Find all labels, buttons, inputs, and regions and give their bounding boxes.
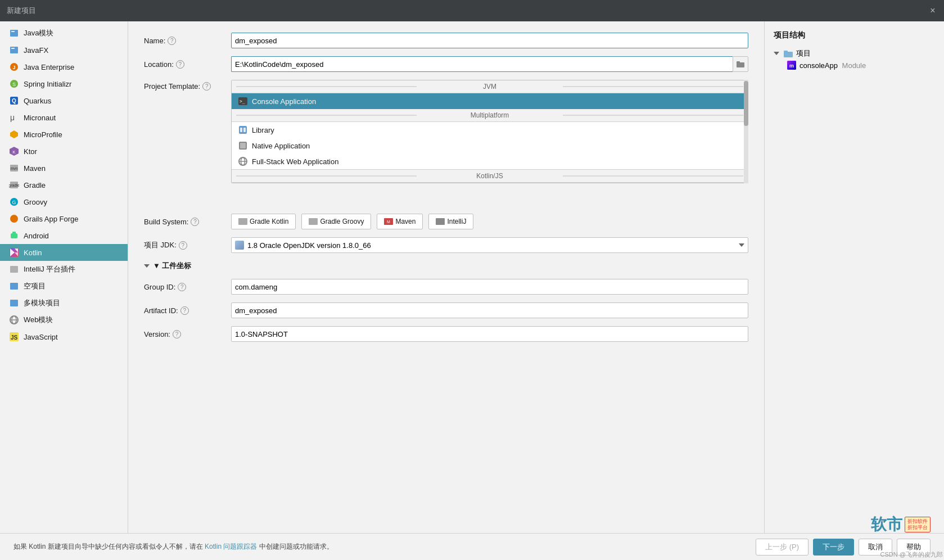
template-label-fullstack: Full-Stack Web Application [252,157,338,166]
version-help-icon[interactable]: ? [173,330,181,338]
java-module-icon [9,28,19,38]
tree-root-label: 项目 [796,48,811,58]
jdk-value: 1.8 Oracle OpenJDK version 1.8.0_66 [235,241,737,250]
watermark: 软市 折扣软件 折扣平台 [871,514,931,535]
android-icon [9,231,19,241]
tree-root[interactable]: 项目 [774,47,935,60]
sidebar-item-groovy[interactable]: G Groovy [0,193,128,210]
sidebar-label-microprofile: MicroProfile [24,130,62,139]
sidebar-label-ktor: Ktor [24,147,37,156]
template-scrollbar[interactable] [744,80,748,183]
gradle-groovy-btn[interactable]: Gradle Groovy [301,214,371,229]
sidebar-item-empty[interactable]: 空项目 [0,278,128,295]
svg-rect-47 [238,218,247,225]
build-system-help-icon[interactable]: ? [191,218,199,226]
sidebar-item-microprofile[interactable]: MicroProfile [0,126,128,143]
kotlin-tracker-link[interactable]: Kotlin 问题跟踪器 [205,543,257,550]
maven-build-icon: M [384,218,393,225]
artifact-id-input[interactable] [231,302,748,318]
template-item-library[interactable]: Library [232,122,748,138]
svg-text:G: G [12,200,16,205]
location-input[interactable] [231,56,733,72]
svg-point-20 [10,215,18,223]
enterprise-icon: J [9,62,19,72]
group-id-input[interactable] [231,279,748,295]
folder-icon [737,61,744,67]
sidebar-item-intellij[interactable]: IntelliJ 平台插件 [0,261,128,278]
build-system-row: Build System: ? Gradle Kotlin Gra [144,214,748,229]
right-panel: 项目结构 项目 m consoleApp [764,21,944,533]
artifact-toggle[interactable]: ▼ 工件坐标 [144,261,748,271]
name-help-icon[interactable]: ? [168,37,176,45]
sidebar-item-web[interactable]: Web模块 [0,311,128,328]
sidebar-item-micronaut[interactable]: μ Micronaut [0,109,128,126]
location-help-icon[interactable]: ? [176,60,184,69]
sidebar-item-java-module[interactable]: Java模块 [0,25,128,42]
sidebar-item-javafx[interactable]: JavaFX [0,42,128,58]
sidebar-item-maven[interactable]: mvn Maven [0,160,128,177]
tree-module[interactable]: m consoleApp Module [774,60,935,71]
sidebar-label-spring: Spring Initializr [24,80,71,88]
close-button[interactable]: × [928,6,937,15]
version-input[interactable] [231,326,748,342]
artifact-id-help-icon[interactable]: ? [180,306,189,315]
sidebar-label-micronaut: Micronaut [24,114,56,122]
micronaut-icon: μ [9,112,19,123]
sidebar-label-web: Web模块 [24,315,53,325]
intellij-build-btn[interactable]: IntelliJ [428,214,473,229]
tree-chevron-down [774,52,779,55]
template-help-icon[interactable]: ? [202,82,211,91]
tree-folder-icon [784,50,793,57]
svg-rect-28 [10,283,18,290]
intellij-build-label: IntelliJ [447,218,466,225]
maven-build-btn[interactable]: M Maven [377,214,423,229]
template-item-console[interactable]: >_ Console Application [232,93,748,109]
svg-text:JS: JS [11,335,18,341]
sidebar-item-ktor[interactable]: K Ktor [0,143,128,160]
name-input[interactable] [231,33,748,48]
next-button[interactable]: 下一步 [813,539,854,556]
template-scrollbar-thumb[interactable] [744,81,748,126]
sidebar-item-enterprise[interactable]: J Java Enterprise [0,58,128,75]
jdk-help-icon[interactable]: ? [179,241,187,250]
svg-rect-0 [10,30,18,37]
template-dropdown: JVM >_ Console Application [231,80,748,183]
sidebar-item-multimodule[interactable]: 多模块项目 [0,295,128,311]
bottom-info: 如果 Kotlin 新建项目向导中缺少任何内容或看似令人不解，请在 Kotlin… [13,542,333,552]
jdk-selector[interactable]: 1.8 Oracle OpenJDK version 1.8.0_66 [231,237,748,253]
gradle-groovy-label: Gradle Groovy [320,218,364,225]
kotlin-icon [9,247,19,258]
artifact-toggle-label: ▼ 工件坐标 [153,261,191,271]
group-id-label: Group ID: ? [144,283,231,291]
svg-text:M: M [387,220,390,224]
ktor-icon: K [9,146,19,156]
sidebar-label-quarkus: Quarkus [24,97,51,105]
sidebar-item-kotlin[interactable]: Kotlin [0,244,128,261]
svg-rect-29 [10,300,18,306]
sidebar-label-java-module: Java模块 [24,28,53,38]
template-item-fullstack[interactable]: Full-Stack Web Application [232,153,748,169]
jdk-dropdown-arrow [739,243,744,247]
artifact-id-label: Artifact ID: ? [144,306,231,315]
maven-build-label: Maven [395,218,415,225]
sidebar-item-gradle[interactable]: gradle Gradle [0,177,128,193]
title-bar: 新建项目 × [0,0,944,21]
sidebar-label-maven: Maven [24,164,46,173]
module-icon: m [787,61,796,70]
template-item-native[interactable]: Native Application [232,138,748,153]
sidebar-item-grails[interactable]: Grails App Forge [0,210,128,227]
gradle-kotlin-btn[interactable]: Gradle Kotlin [231,214,296,229]
browse-button[interactable] [733,56,748,72]
sidebar-item-javascript[interactable]: JS JavaScript [0,328,128,345]
sidebar-item-quarkus[interactable]: Q Quarkus [0,92,128,109]
maven-icon: mvn [9,163,19,173]
form-area: Name: ? Location: ? [128,21,764,533]
group-id-help-icon[interactable]: ? [178,283,186,291]
sidebar-item-android[interactable]: Android [0,227,128,244]
sidebar-item-spring[interactable]: S Spring Initializr [0,75,128,92]
jvm-section-header: JVM [232,80,748,93]
template-label-library: Library [252,126,274,134]
prev-button[interactable]: 上一步 (P) [756,539,809,556]
build-system-label: Build System: ? [144,218,231,226]
template-label: Project Template: ? [144,82,231,91]
